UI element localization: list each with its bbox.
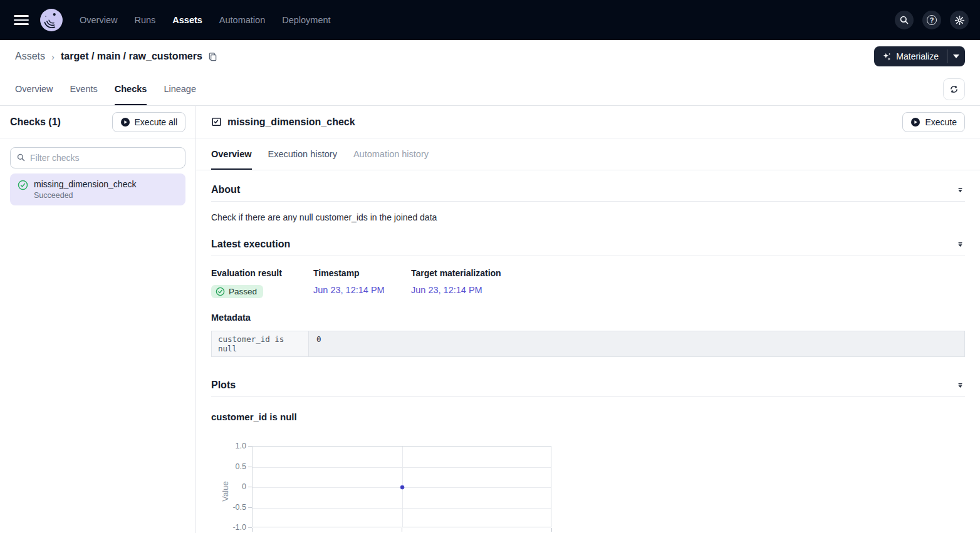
metadata-table: customer_id is null 0 xyxy=(211,331,965,357)
breadcrumb-chevron-icon: › xyxy=(51,51,55,62)
tab-lineage[interactable]: Lineage xyxy=(164,73,196,105)
check-item-name: missing_dimension_check xyxy=(34,179,136,189)
y-tick-mark xyxy=(248,446,252,447)
gear-icon xyxy=(954,15,965,26)
evaluation-result-header: Evaluation result xyxy=(211,268,313,278)
topnav-actions: ? xyxy=(895,11,969,29)
passed-badge: Passed xyxy=(211,285,263,298)
copy-icon[interactable] xyxy=(208,52,217,61)
materialize-button[interactable]: Materialize xyxy=(874,46,947,66)
nav-item-runs[interactable]: Runs xyxy=(134,15,155,25)
y-tick-label: 1.0 xyxy=(220,442,246,450)
refresh-icon xyxy=(949,85,959,94)
y-gridline xyxy=(253,467,551,468)
tab-events[interactable]: Events xyxy=(70,73,97,105)
play-icon xyxy=(120,117,130,127)
metadata-key: customer_id is null xyxy=(212,331,309,356)
refresh-button[interactable] xyxy=(943,78,965,100)
check-task-icon xyxy=(211,116,222,127)
y-tick-mark xyxy=(248,467,252,467)
filter-checks-input[interactable] xyxy=(10,147,185,168)
materialize-dropdown-button[interactable] xyxy=(947,46,965,66)
data-point[interactable] xyxy=(400,485,405,490)
collapse-caret-icon xyxy=(957,383,964,388)
check-detail-header: missing_dimension_check Execute xyxy=(196,106,980,138)
asset-tabs: Overview Events Checks Lineage xyxy=(0,73,980,106)
check-detail-body: About Check if there are any null custom… xyxy=(196,170,980,533)
dagster-logo[interactable] xyxy=(39,8,63,32)
x-tick-mark xyxy=(252,528,253,532)
materialize-split-button: Materialize xyxy=(874,46,965,66)
sparkle-icon xyxy=(882,52,892,61)
y-tick-mark xyxy=(248,487,252,487)
x-tick-mark xyxy=(551,528,552,532)
content-area: Checks (1) Execute all missing_dimension… xyxy=(0,106,980,533)
filter-checks-field xyxy=(10,147,185,168)
search-icon xyxy=(899,15,909,25)
search-button[interactable] xyxy=(895,11,914,29)
help-button[interactable]: ? xyxy=(922,11,941,29)
execute-all-button[interactable]: Execute all xyxy=(112,112,185,132)
checks-sidebar-header: Checks (1) Execute all xyxy=(0,106,195,138)
y-tick-label: -1.0 xyxy=(220,523,246,532)
x-tick-mark xyxy=(402,528,402,532)
metadata-heading: Metadata xyxy=(211,313,965,323)
collapse-plots-button[interactable] xyxy=(956,381,965,390)
collapse-caret-icon xyxy=(957,242,964,247)
play-icon xyxy=(910,117,920,127)
tab-check-overview[interactable]: Overview xyxy=(211,138,252,170)
plot-title: customer_id is null xyxy=(211,411,965,422)
passed-label: Passed xyxy=(229,287,257,296)
check-item-status: Succeeded xyxy=(34,191,136,200)
latest-execution-heading: Latest execution xyxy=(211,239,290,250)
check-circle-icon xyxy=(18,180,28,190)
y-tick-label: 0 xyxy=(220,482,246,491)
timestamp-link[interactable]: Jun 23, 12:14 PM xyxy=(313,285,385,295)
check-list-item[interactable]: missing_dimension_check Succeeded xyxy=(10,173,185,205)
plots-heading: Plots xyxy=(211,380,236,391)
top-nav: Overview Runs Assets Automation Deployme… xyxy=(0,0,980,40)
y-tick-label: 0.5 xyxy=(220,462,246,471)
collapse-latest-execution-button[interactable] xyxy=(956,241,965,249)
y-tick-label: -0.5 xyxy=(220,503,246,512)
about-heading: About xyxy=(211,184,240,195)
tab-overview[interactable]: Overview xyxy=(15,73,53,105)
nav-item-assets[interactable]: Assets xyxy=(172,15,202,25)
checks-sidebar: Checks (1) Execute all missing_dimension… xyxy=(0,106,196,533)
nav-item-overview[interactable]: Overview xyxy=(80,15,117,25)
checks-count-title: Checks (1) xyxy=(10,116,61,128)
asset-key-path: target / main / raw_customers xyxy=(61,51,202,62)
collapse-caret-icon xyxy=(957,187,964,193)
section-divider xyxy=(211,396,965,397)
breadcrumb-assets-link[interactable]: Assets xyxy=(15,51,45,62)
metadata-value: 0 xyxy=(309,331,964,356)
section-divider xyxy=(211,201,965,202)
breadcrumb-row: Assets › target / main / raw_customers M… xyxy=(0,40,980,73)
section-divider xyxy=(211,256,965,256)
execute-button[interactable]: Execute xyxy=(902,112,965,132)
check-title: missing_dimension_check xyxy=(227,116,355,128)
help-icon: ? xyxy=(927,15,937,25)
check-detail-tabs: Overview Execution history Automation hi… xyxy=(196,138,980,170)
execute-label: Execute xyxy=(925,117,957,127)
target-materialization-link[interactable]: Jun 23, 12:14 PM xyxy=(411,285,482,295)
nav-item-automation[interactable]: Automation xyxy=(219,15,265,25)
execute-all-label: Execute all xyxy=(135,117,177,127)
timestamp-header: Timestamp xyxy=(313,268,411,278)
check-description: Check if there are any null customer_ids… xyxy=(211,212,965,222)
check-circle-icon xyxy=(216,287,225,296)
y-tick-mark xyxy=(248,507,252,508)
materialize-label: Materialize xyxy=(896,51,939,61)
value-chart: Value 1.00.50-0.5-1.0Jun 23, 12:14 PMJun… xyxy=(211,442,965,533)
target-materialization-header: Target materialization xyxy=(411,268,501,278)
settings-button[interactable] xyxy=(950,11,969,29)
tab-automation-history[interactable]: Automation history xyxy=(353,138,429,170)
y-gridline xyxy=(253,508,551,509)
collapse-about-button[interactable] xyxy=(956,186,965,194)
nav-item-deployment[interactable]: Deployment xyxy=(282,15,330,25)
tab-checks[interactable]: Checks xyxy=(115,73,147,105)
hamburger-menu-icon[interactable] xyxy=(14,13,29,28)
chevron-down-icon xyxy=(953,54,959,58)
primary-nav: Overview Runs Assets Automation Deployme… xyxy=(80,15,331,25)
tab-execution-history[interactable]: Execution history xyxy=(268,138,337,170)
